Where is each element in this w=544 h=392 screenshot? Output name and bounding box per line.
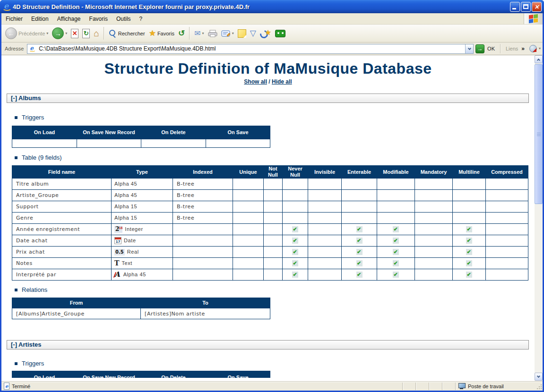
status-panel xyxy=(402,383,415,390)
check-icon: ✔ xyxy=(356,226,363,232)
field-flag-cell xyxy=(233,258,264,269)
field-flag-cell: ✔ xyxy=(453,224,486,235)
toolbar-separator xyxy=(104,27,104,40)
back-button[interactable]: ← Précédente ▾ xyxy=(3,26,50,41)
show-all-link[interactable]: Show all xyxy=(244,78,267,85)
menu-favoris[interactable]: Favoris xyxy=(85,13,112,24)
field-flag-cell: ✔ xyxy=(453,269,486,281)
field-type-label: Real xyxy=(127,249,139,255)
field-flag-cell xyxy=(233,213,264,224)
notes-button[interactable] xyxy=(236,26,248,41)
artistes-triggers-partial: On Load On Save New Record On Delete On … xyxy=(1,371,535,378)
forward-button[interactable]: → ▾ xyxy=(50,26,69,41)
field-flag-cell xyxy=(377,190,415,201)
search-button[interactable]: Rechercher xyxy=(107,26,147,41)
col-indexed: Indexed xyxy=(173,166,233,179)
links-chevron[interactable]: » xyxy=(521,45,525,52)
forward-dropdown-icon[interactable]: ▾ xyxy=(65,32,67,35)
field-name-cell: Genre xyxy=(12,213,112,224)
fields-tbody: Titre albumAlpha 45B-treeArtiste_GroupeA… xyxy=(12,179,528,281)
triggers-value-row xyxy=(12,139,270,148)
menu-affichage[interactable]: Affichage xyxy=(53,13,85,24)
filter-button[interactable]: ▽ xyxy=(248,26,258,41)
mail-dropdown-icon[interactable]: ▾ xyxy=(202,32,204,35)
scroll-up-button[interactable] xyxy=(535,55,543,63)
artistes-triggers-heading: Triggers xyxy=(15,360,535,367)
field-flag-cell xyxy=(415,258,453,269)
menu-fichier[interactable]: Fichier xyxy=(1,13,27,24)
back-dropdown-icon[interactable]: ▾ xyxy=(46,32,48,35)
scrollbar-thumb[interactable] xyxy=(535,64,543,204)
col-on-load: On Load xyxy=(12,371,77,378)
field-flag-cell xyxy=(415,235,453,247)
check-icon: ✔ xyxy=(356,272,363,278)
go-label[interactable]: OK xyxy=(487,46,495,51)
field-indexed-cell: B-tree xyxy=(173,190,233,201)
address-dropdown-button[interactable] xyxy=(465,44,473,53)
menu-edition[interactable]: Edition xyxy=(27,13,53,24)
field-flag-cell xyxy=(264,201,283,213)
vertical-scrollbar[interactable] xyxy=(535,55,543,381)
address-value[interactable]: C:\DataBases\MaMusique.4DB Structure Exp… xyxy=(39,45,463,52)
stop-button[interactable]: ✕ xyxy=(69,26,80,41)
field-flag-cell xyxy=(486,190,528,201)
maximize-button[interactable] xyxy=(521,2,531,12)
favorites-button[interactable]: ★ Favoris xyxy=(147,26,176,41)
section-header-albums[interactable]: [-] Albums xyxy=(7,94,529,103)
address-separator xyxy=(500,44,501,53)
print-icon xyxy=(208,30,217,37)
field-flag-cell xyxy=(233,269,264,281)
refresh-button[interactable]: ↻ xyxy=(80,26,92,41)
field-flag-cell xyxy=(308,213,342,224)
favorites-star-icon: ★ xyxy=(149,29,156,37)
pdf-dropdown-icon[interactable]: ▾ xyxy=(539,47,541,51)
trigger-cell xyxy=(141,139,206,148)
trigger-cell xyxy=(206,139,270,148)
mail-button[interactable]: ✉ ▾ xyxy=(192,26,206,41)
resize-grip[interactable] xyxy=(536,383,543,390)
field-flag-cell xyxy=(264,258,283,269)
ie-logo-icon xyxy=(2,3,10,11)
field-type-label: Integer xyxy=(125,226,143,232)
menu-outils[interactable]: Outils xyxy=(112,13,135,24)
check-icon: ✔ xyxy=(356,260,363,266)
green-app-button[interactable] xyxy=(273,26,287,41)
albums-fields-table: Field nameTypeIndexedUniqueNot NullNever… xyxy=(12,165,528,281)
print-button[interactable] xyxy=(206,26,219,41)
links-label[interactable]: Liens xyxy=(506,46,518,51)
field-flag-cell: ✔ xyxy=(377,224,415,235)
fields-header-row: Field nameTypeIndexedUniqueNot NullNever… xyxy=(12,166,528,179)
address-input[interactable]: C:\DataBases\MaMusique.4DB Structure Exp… xyxy=(27,44,474,54)
field-name-cell: Année enregistrement xyxy=(12,224,112,235)
scroll-down-button[interactable] xyxy=(535,373,543,381)
albums-triggers-table: On Load On Save New Record On Delete On … xyxy=(12,126,270,148)
col-on-save: On Save xyxy=(206,371,270,378)
col-compressed: Compressed xyxy=(486,166,528,179)
mail-icon: ✉ xyxy=(194,30,200,37)
document-icon xyxy=(4,383,9,390)
close-button[interactable]: ✕ xyxy=(532,2,542,12)
check-icon: ✔ xyxy=(466,260,472,266)
edit-button[interactable]: ▾ xyxy=(219,26,236,41)
check-icon: ✔ xyxy=(393,238,399,244)
home-button[interactable]: ⌂ xyxy=(92,26,101,41)
field-flag-cell: ✔ xyxy=(283,247,308,258)
col-on-save: On Save xyxy=(206,126,270,139)
pdf-convert-icon[interactable] xyxy=(529,45,537,52)
field-indexed-cell xyxy=(173,247,233,258)
field-flag-cell xyxy=(486,213,528,224)
hide-all-link[interactable]: Hide all xyxy=(272,78,292,85)
edit-dropdown-icon[interactable]: ▾ xyxy=(232,32,234,35)
history-button[interactable]: ↺ xyxy=(176,26,187,41)
field-row: Année enregistrement216Integer✔✔✔✔ xyxy=(12,224,528,235)
field-type-cell: Alpha 15 xyxy=(112,213,173,224)
minimize-button[interactable] xyxy=(510,2,520,12)
field-flag-cell: ✔ xyxy=(342,224,377,235)
section-header-artistes[interactable]: [-] Artistes xyxy=(7,340,529,349)
go-button[interactable]: → xyxy=(475,44,484,53)
field-flag-cell xyxy=(415,224,453,235)
real-type-icon: 0.5 xyxy=(114,249,125,256)
title-bar[interactable]: 4D Structure Definition - Microsoft Inte… xyxy=(0,0,544,13)
menu-aide[interactable]: ? xyxy=(135,13,147,24)
messenger-button[interactable] xyxy=(258,26,273,41)
